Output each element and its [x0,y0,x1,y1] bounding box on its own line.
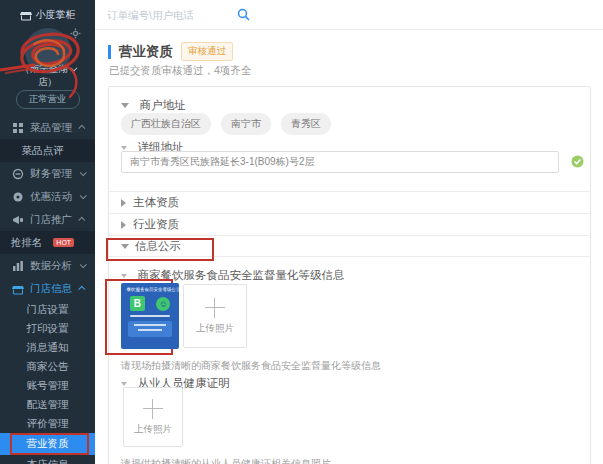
caret-down-icon [121,146,127,150]
sidebar-item-label: 门店推广 [30,213,74,227]
sidebar-item-notifications[interactable]: 消息通知 [0,338,95,357]
address-tag-province[interactable]: 广西壮族自治区 [121,113,211,135]
main-content: 营业资质 审核通过 已提交资质审核通过，4项齐全 商户地址 广西壮族自治区 南宁… [95,30,603,464]
sidebar-item-label: 抢排名 [11,236,43,250]
dish-icon [12,122,24,134]
caret-down-icon [121,244,129,249]
section-merchant-address[interactable]: 商户地址 [121,95,185,113]
sidebar-item-dishes[interactable]: 菜品管理 [0,116,95,139]
shop-icon [12,283,24,295]
address-tag-city[interactable]: 南宁市 [221,113,271,135]
grade-b-icon: B [130,296,145,311]
app-window: 小度掌柜 （南宁金湖 店） 正常营业 菜品管理 菜品点评 财务管理 [0,0,603,464]
certificate-bottom-panel [128,321,172,337]
section-label: 行业资质 [133,217,179,232]
caret-down-icon [121,103,129,108]
section-info-publicity[interactable]: 信息公示 [109,235,590,257]
chevron-down-icon [80,192,87,199]
sidebar-nav: 菜品管理 菜品点评 财务管理 优惠活动 门店推广 抢排名 HOT [0,116,95,464]
section-industry-qualification[interactable]: 行业资质 [109,213,590,235]
store-name[interactable]: （南宁金湖 店） [0,62,95,88]
caret-down-icon [121,382,127,386]
title-accent-bar [108,45,111,59]
sidebar-item-label: 数据分析 [30,259,74,273]
sidebar-item-label: 营业资质 [27,437,69,451]
qualification-card: 商户地址 广西壮族自治区 南宁市 青秀区 详细地址 主体资质 [108,86,591,464]
gear-icon[interactable] [70,28,81,39]
sidebar-item-label: 配送管理 [27,398,69,412]
sidebar-item-label: 消息通知 [27,341,69,355]
sidebar-item-ranking[interactable]: 抢排名 HOT [0,231,95,254]
search-input[interactable]: 订单编号\用户电话 [107,9,194,23]
plus-icon [143,399,163,419]
sidebar-item-label: 优惠活动 [30,190,74,204]
chevron-up-icon [78,286,85,293]
sidebar-item-promotions[interactable]: 优惠活动 [0,185,95,208]
sidebar-item-label: 门店设置 [27,303,69,317]
sidebar-item-print-settings[interactable]: 打印设置 [0,319,95,338]
sidebar-item-analytics[interactable]: 数据分析 [0,254,95,277]
sidebar-item-finance[interactable]: 财务管理 [0,162,95,185]
sidebar-item-store-promotion[interactable]: 门店推广 [0,208,95,231]
certificate-text-bar [130,315,170,317]
sidebar-item-label: 打印设置 [27,322,69,336]
sidebar-item-store-info[interactable]: 门店信息 [0,277,95,300]
chevron-down-icon [70,65,77,72]
page-title: 营业资质 [119,43,173,61]
storefront-logo-icon [20,9,32,21]
store-name-line1: （南宁金湖 [20,63,68,74]
section-subject-qualification[interactable]: 主体资质 [109,191,590,213]
food-safety-certificate-thumbnail[interactable]: 餐饮服务食品安全等级公示 B ☺ [121,283,179,349]
logo-text: 小度掌柜 [36,8,76,22]
plus-icon [205,298,225,318]
section-label: 信息公示 [135,239,181,254]
section-label: 主体资质 [133,195,179,210]
detail-address-input[interactable] [121,151,559,173]
hot-badge: HOT [53,238,74,247]
business-status-button[interactable]: 正常营业 [16,90,80,109]
sidebar-item-account[interactable]: 账号管理 [0,376,95,395]
certificate-title: 餐饮服务食品安全等级公示 [127,286,174,291]
sidebar-item-label: 评价管理 [27,417,69,431]
upload-photo-tile-food-safety[interactable]: 上传照片 [183,284,247,348]
sidebar-item-business-qualification[interactable]: 营业资质 [0,433,95,455]
sidebar-item-store-settings[interactable]: 门店设置 [0,300,95,319]
sidebar: 小度掌柜 （南宁金湖 店） 正常营业 菜品管理 菜品点评 财务管理 [0,0,95,464]
sidebar-item-dish-reviews[interactable]: 菜品点评 [0,139,95,162]
sidebar-item-label: 商家公告 [27,360,69,374]
food-safety-hint: 请现场拍摄清晰的商家餐饮服务食品安全监督量化等级信息 [121,359,381,373]
promo-icon [12,191,24,203]
chart-icon [12,260,24,272]
page-header: 营业资质 审核通过 [108,42,233,61]
finance-icon [12,168,24,180]
address-tag-district[interactable]: 青秀区 [281,113,331,135]
chevron-down-icon [80,169,87,176]
status-badge: 审核通过 [181,42,233,61]
sidebar-item-delivery[interactable]: 配送管理 [0,395,95,414]
sidebar-item-label: 财务管理 [30,167,74,181]
chevron-down-icon [80,261,87,268]
sidebar-item-store-news[interactable]: 本店信息 [0,455,95,464]
sidebar-item-reviews[interactable]: 评价管理 [0,414,95,433]
chevron-up-icon [78,217,85,224]
check-circle-icon [571,155,584,168]
upload-photo-tile-health[interactable]: 上传照片 [123,387,183,447]
topbar: 订单编号\用户电话 [95,0,603,30]
caret-down-icon [121,274,127,278]
page-subtitle: 已提交资质审核通过，4项齐全 [109,64,251,78]
upload-label: 上传照片 [134,423,172,436]
sidebar-item-label: 账号管理 [27,379,69,393]
health-hint: 请提供拍摄清晰的从业人员健康证相关信息照片 [121,457,331,464]
caret-right-icon [121,221,126,229]
chevron-up-icon [78,125,85,132]
sidebar-item-label: 菜品管理 [30,121,74,135]
megaphone-icon [12,214,24,226]
search-icon[interactable] [237,8,250,21]
sidebar-item-label: 门店信息 [30,282,74,296]
section-label: 商户地址 [139,99,185,111]
logo: 小度掌柜 [0,0,95,22]
address-tags: 广西壮族自治区 南宁市 青秀区 [121,113,331,135]
smiley-face-icon: ☺ [156,297,170,311]
sidebar-item-announcement[interactable]: 商家公告 [0,357,95,376]
sidebar-item-label: 菜品点评 [22,144,64,158]
